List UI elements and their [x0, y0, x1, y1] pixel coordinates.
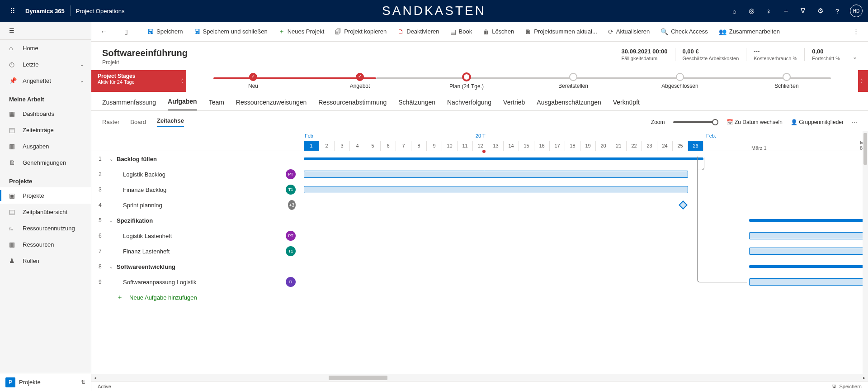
stage-bereitstellen[interactable]: Bereitstellen	[520, 73, 627, 89]
tab-tracking[interactable]: Nachverfolgung	[447, 99, 491, 110]
day-cell[interactable]: 13	[488, 141, 504, 151]
assignee-avatar[interactable]: D	[286, 277, 296, 287]
day-cell[interactable]: 15	[519, 141, 534, 151]
day-cell[interactable]: 22	[627, 141, 642, 151]
tab-estimates[interactable]: Schätzungen	[398, 99, 435, 110]
plus-icon[interactable]: ＋	[781, 7, 790, 15]
day-cell[interactable]: 21	[611, 141, 627, 151]
subtab-timeline[interactable]: Zeitachse	[157, 117, 184, 127]
stage-flag[interactable]: Project Stages Aktiv für 24 Tage 〈	[91, 70, 186, 92]
day-cell[interactable]: 20	[596, 141, 611, 151]
gantt-summary-bar[interactable]	[749, 265, 868, 268]
target-icon[interactable]: ◎	[747, 7, 756, 15]
save-close-button[interactable]: 🖫Speichern und schließen	[189, 24, 272, 39]
task-row[interactable]: 9Softwareanpassung LogistikD	[91, 274, 304, 290]
search-icon[interactable]: ⌕	[730, 7, 739, 15]
scroll-left-icon[interactable]: ◂	[92, 374, 98, 381]
nav-approvals[interactable]: 🗎Genehmigungen	[0, 154, 91, 171]
assignee-avatar[interactable]: +3	[288, 200, 296, 210]
nav-pinned[interactable]: 📌Angeheftet⌄	[0, 72, 91, 89]
stage-neu[interactable]: Neu	[200, 73, 307, 89]
day-cell[interactable]: 1	[304, 141, 319, 151]
day-cell[interactable]: 3	[335, 141, 350, 151]
save-button[interactable]: 🖫Speichern	[143, 24, 188, 39]
task-row[interactable]: 3Finanze BacklogT1	[91, 182, 304, 197]
stage-schliessen[interactable]: Schließen	[733, 73, 840, 89]
filter-icon[interactable]: ∇	[798, 7, 807, 15]
nav-projects[interactable]: ▣Projekte	[0, 187, 91, 204]
book-button[interactable]: ▤Book	[446, 24, 477, 39]
day-cell[interactable]: 18	[565, 141, 580, 151]
task-row[interactable]: 8⌄Softwareentwicklung	[91, 259, 304, 274]
switch-icon[interactable]: ⇅	[81, 379, 85, 386]
collaborate-button[interactable]: 👥Zusammenarbeiten	[714, 24, 784, 39]
day-cell[interactable]: 8	[411, 141, 427, 151]
day-cell[interactable]: 11	[458, 141, 473, 151]
chevron-left-icon[interactable]: 〈	[178, 77, 184, 85]
subtab-board[interactable]: Board	[130, 119, 146, 125]
day-cell[interactable]: 12	[473, 141, 488, 151]
tab-sales[interactable]: Vertrieb	[503, 99, 525, 110]
task-row[interactable]: 6Logistik LastenheftPT	[91, 228, 304, 243]
back-button[interactable]: ←	[96, 24, 112, 39]
assignee-avatar[interactable]: T1	[286, 246, 296, 256]
bulb-icon[interactable]: ♀	[764, 7, 773, 15]
assignee-avatar[interactable]: T1	[286, 185, 296, 195]
help-icon[interactable]: ?	[833, 7, 842, 15]
assignee-avatar[interactable]: PT	[286, 169, 296, 179]
check-access-button[interactable]: 🔍Check Access	[656, 24, 712, 39]
tab-reconciliation[interactable]: Ressourcenabstimmung	[318, 99, 387, 110]
advance-stage-button[interactable]: 〉	[858, 70, 868, 92]
day-cell[interactable]: 4	[350, 141, 365, 151]
gantt-chart[interactable]: Feb. 20 T Feb. 1234567891011121314151617…	[304, 131, 868, 374]
hamburger-icon[interactable]: ☰	[0, 22, 91, 40]
form-selector[interactable]: ▯	[120, 24, 135, 39]
refresh-button[interactable]: ⟳Aktualisieren	[604, 24, 654, 39]
collapse-icon[interactable]: ⌄	[109, 157, 117, 162]
delete-button[interactable]: 🗑Löschen	[478, 24, 519, 39]
day-cell[interactable]: 24	[657, 141, 673, 151]
nav-resutil[interactable]: ⎌Ressourcennutzung	[0, 220, 91, 236]
scroll-right-icon[interactable]: ▸	[861, 374, 867, 381]
gantt-bar[interactable]	[304, 171, 688, 178]
collapse-icon[interactable]: ⌄	[109, 218, 117, 223]
scroll-thumb[interactable]	[329, 376, 387, 380]
stage-angebot[interactable]: Angebot	[307, 73, 413, 89]
subtab-grid[interactable]: Raster	[102, 119, 119, 125]
gantt-bar[interactable]	[749, 278, 868, 286]
app-launcher-icon[interactable]: ⠿	[5, 7, 20, 15]
tab-related[interactable]: Verknüpft	[613, 99, 640, 110]
nav-schedule[interactable]: ▤Zeitplanübersicht	[0, 204, 91, 220]
group-members-button[interactable]: 👤 Gruppenmitglieder	[791, 119, 844, 125]
day-cell[interactable]: 10	[442, 141, 458, 151]
day-cell[interactable]: 23	[642, 141, 657, 151]
day-cell[interactable]: 14	[504, 141, 519, 151]
gantt-summary-bar[interactable]	[304, 157, 703, 160]
stage-abgeschlossen[interactable]: Abgeschlossen	[627, 73, 733, 89]
nav-resources[interactable]: ▥Ressourcen	[0, 236, 91, 253]
nav-time[interactable]: ▤Zeiteinträge	[0, 122, 91, 138]
area-switcher[interactable]: P Projekte ⇅	[0, 373, 91, 391]
day-cell[interactable]: 16	[534, 141, 550, 151]
tab-expense-estimates[interactable]: Ausgabenschätzungen	[537, 99, 601, 110]
tab-summary[interactable]: Zusammenfassung	[102, 99, 156, 110]
nav-roles[interactable]: ♟Rollen	[0, 253, 91, 269]
gantt-bar[interactable]	[749, 248, 868, 255]
task-row[interactable]: 7Finanz LastenheftT1	[91, 243, 304, 259]
vertical-scrollbar[interactable]	[863, 131, 868, 374]
deactivate-button[interactable]: 🗋Deaktivieren	[393, 24, 443, 39]
copy-button[interactable]: 🗐Projekt kopieren	[330, 24, 391, 39]
expand-kpi-icon[interactable]: ⌄	[853, 54, 857, 60]
gantt-milestone[interactable]	[679, 200, 688, 210]
save-status-icon[interactable]: 🖫	[831, 384, 836, 389]
zoom-slider[interactable]	[673, 121, 718, 123]
goto-date-button[interactable]: 📅 Zu Datum wechseln	[726, 119, 783, 125]
day-cell[interactable]: 9	[427, 141, 442, 151]
nav-dashboards[interactable]: ▦Dashboards	[0, 105, 91, 122]
task-row[interactable]: 1⌄Backlog füllen	[91, 151, 304, 167]
add-task-button[interactable]: ＋Neue Aufgabe hinzufügen	[91, 290, 304, 305]
day-cell[interactable]: 6	[381, 141, 396, 151]
day-cell[interactable]: 7	[396, 141, 411, 151]
gantt-bar[interactable]	[304, 186, 688, 193]
day-cell[interactable]: 2	[319, 141, 335, 151]
